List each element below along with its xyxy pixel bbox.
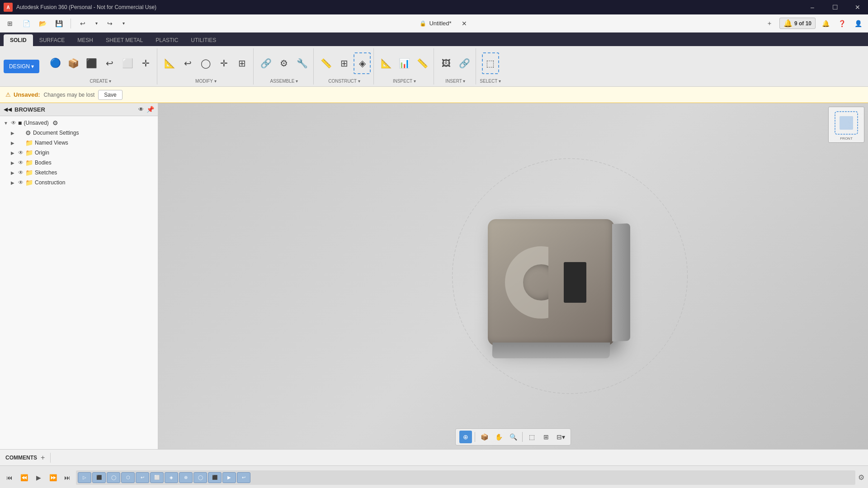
inspect-analysis-button[interactable]: 📊 — [396, 52, 413, 74]
insert-image-button[interactable]: 🖼 — [438, 52, 455, 74]
modify-shell-button[interactable]: ↩ — [179, 52, 196, 74]
save-button[interactable]: Save — [98, 90, 122, 100]
create-extrude-button[interactable]: ⬛ — [83, 52, 100, 74]
modify-more-button[interactable]: ⊞ — [233, 52, 250, 74]
assemble-component-button[interactable]: ⚙ — [275, 52, 292, 74]
create-sweep-button[interactable]: ⬜ — [119, 52, 136, 74]
save-button[interactable]: 💾 — [52, 17, 65, 30]
tab-plastic[interactable]: PLASTIC — [149, 34, 184, 46]
close-button[interactable]: ✕ — [847, 0, 868, 14]
create-new-body-button[interactable]: 🔵 — [47, 52, 64, 74]
timeline-prev-button[interactable]: ⏪ — [18, 472, 30, 483]
viewport-zoom-tool[interactable]: 🔍 — [507, 431, 519, 443]
tree-item-named-views[interactable]: ▶ 👁 📁 Named Views — [0, 138, 158, 148]
visibility-icon[interactable]: 👁 — [18, 160, 24, 166]
timeline-step-5[interactable]: ↩ — [136, 472, 149, 483]
tree-item-origin[interactable]: ▶ 👁 📁 Origin — [0, 148, 158, 158]
help-icon[interactable]: ❓ — [835, 17, 848, 30]
settings-icon[interactable]: ⚙ — [52, 119, 58, 127]
viewport-pan-tool[interactable]: ✋ — [492, 431, 505, 443]
modify-fillet-button[interactable]: 📐 — [161, 52, 178, 74]
inspect-measure-button[interactable]: 📐 — [377, 52, 395, 74]
tree-item-document-settings[interactable]: ▶ 👁 ⚙ Document Settings — [0, 128, 158, 138]
timeline-step-3[interactable]: ◯ — [107, 472, 120, 483]
add-comment-button[interactable]: + — [41, 454, 45, 462]
timeline-play-button[interactable]: ▶ — [33, 472, 44, 483]
create-box-button[interactable]: 📦 — [65, 52, 82, 74]
expand-icon[interactable]: ▶ — [11, 141, 16, 145]
viewport-display-mode[interactable]: ⬚ — [525, 431, 538, 443]
timeline-last-button[interactable]: ⏭ — [61, 472, 73, 483]
timeline-step-2[interactable]: ⬛ — [92, 472, 106, 483]
expand-icon[interactable]: ▶ — [11, 170, 16, 175]
notification-icon[interactable]: 🔔 — [819, 17, 832, 30]
timeline-track[interactable]: ▷ ⬛ ◯ ⬡ ↩ ⬜ ◈ ⊕ ◯ ⬛ ▶ ↩ — [76, 470, 855, 485]
undo-button[interactable]: ↩ — [76, 17, 89, 30]
assemble-joint-button[interactable]: 🔗 — [257, 52, 274, 74]
viewport-select-tool[interactable]: ⊕ — [459, 431, 472, 443]
tree-item-sketches[interactable]: ▶ 👁 📁 Sketches — [0, 168, 158, 178]
tab-surface[interactable]: SURFACE — [33, 34, 71, 46]
timeline-step-4[interactable]: ⬡ — [121, 472, 135, 483]
grid-apps-button[interactable]: ⊞ — [4, 17, 16, 30]
new-file-button[interactable]: 📄 — [20, 17, 33, 30]
tab-mesh[interactable]: MESH — [71, 34, 99, 46]
tab-solid[interactable]: SOLID — [4, 34, 33, 46]
timeline-settings-icon[interactable]: ⚙ — [858, 473, 864, 482]
tree-item-unsaved[interactable]: ▼ 👁 ■ (Unsaved) ⚙ — [0, 118, 158, 128]
tab-sheet-metal[interactable]: SHEET METAL — [99, 34, 149, 46]
visibility-icon[interactable]: 👁 — [11, 120, 16, 126]
modify-scale-button[interactable]: ✛ — [215, 52, 232, 74]
tab-utilities[interactable]: UTILITIES — [184, 34, 222, 46]
construct-point-button[interactable]: ◈ — [354, 52, 371, 74]
visibility-icon[interactable]: 👁 — [18, 169, 24, 176]
timeline-step-8[interactable]: ⊕ — [179, 472, 193, 483]
expand-icon[interactable]: ▶ — [11, 150, 16, 155]
undo-dropdown[interactable]: ▾ — [93, 17, 100, 30]
create-revolve-button[interactable]: ↩ — [101, 52, 118, 74]
visibility-icon[interactable]: 👁 — [18, 150, 24, 156]
modify-draft-button[interactable]: ◯ — [197, 52, 214, 74]
expand-icon[interactable]: ▼ — [4, 121, 9, 126]
browser-eye-icon[interactable]: 👁 — [138, 106, 144, 113]
minimize-button[interactable]: – — [802, 0, 823, 14]
inspect-more-button[interactable]: 📏 — [414, 52, 431, 74]
assemble-more-button[interactable]: 🔧 — [293, 52, 311, 74]
timeline-step-12[interactable]: ↩ — [237, 472, 250, 483]
design-dropdown-button[interactable]: DESIGN ▾ — [4, 60, 39, 73]
timeline-step-10[interactable]: ⬛ — [208, 472, 222, 483]
3d-viewport[interactable]: FRONT ⊕ 📦 ✋ 🔍 ⬚ ⊞ ⊟▾ — [158, 103, 868, 449]
open-file-button[interactable]: 📂 — [36, 17, 49, 30]
visibility-icon[interactable]: 👁 — [18, 179, 24, 186]
insert-mesh-button[interactable]: 🔗 — [456, 52, 473, 74]
create-more-button[interactable]: ✛ — [137, 52, 154, 74]
account-icon[interactable]: 👤 — [852, 17, 864, 30]
timeline-step-6[interactable]: ⬜ — [150, 472, 164, 483]
redo-button[interactable]: ↪ — [104, 17, 116, 30]
construct-axis-button[interactable]: ⊞ — [335, 52, 353, 74]
viewport-grid-toggle[interactable]: ⊞ — [540, 431, 552, 443]
expand-icon[interactable]: ▶ — [11, 131, 16, 136]
select-button[interactable]: ⬚ — [482, 52, 499, 74]
add-tab-button[interactable]: ＋ — [763, 17, 776, 30]
viewport-orbit-tool[interactable]: 📦 — [478, 431, 491, 443]
tree-item-bodies[interactable]: ▶ 👁 📁 Bodies — [0, 158, 158, 168]
timeline-step-9[interactable]: ◯ — [193, 472, 207, 483]
expand-icon[interactable]: ▶ — [11, 180, 16, 185]
timeline-step-7[interactable]: ◈ — [165, 472, 178, 483]
close-tab-button[interactable]: ✕ — [458, 17, 471, 30]
folder-icon: ■ — [18, 119, 22, 127]
viewport-more-options[interactable]: ⊟▾ — [554, 431, 567, 443]
timeline-next-button[interactable]: ⏩ — [47, 472, 59, 483]
timeline-first-button[interactable]: ⏮ — [4, 472, 15, 483]
timeline-step-11[interactable]: ▶ — [222, 472, 236, 483]
construct-plane-button[interactable]: 📏 — [317, 52, 335, 74]
select-label: SELECT ▾ — [480, 79, 501, 84]
collapse-icon[interactable]: ◀◀ — [4, 106, 12, 113]
tree-item-construction[interactable]: ▶ 👁 📁 Construction — [0, 178, 158, 188]
maximize-button[interactable]: ☐ — [825, 0, 845, 14]
redo-dropdown[interactable]: ▾ — [120, 17, 127, 30]
browser-pin-icon[interactable]: 📌 — [146, 106, 154, 113]
timeline-step-1[interactable]: ▷ — [78, 472, 91, 483]
expand-icon[interactable]: ▶ — [11, 160, 16, 165]
